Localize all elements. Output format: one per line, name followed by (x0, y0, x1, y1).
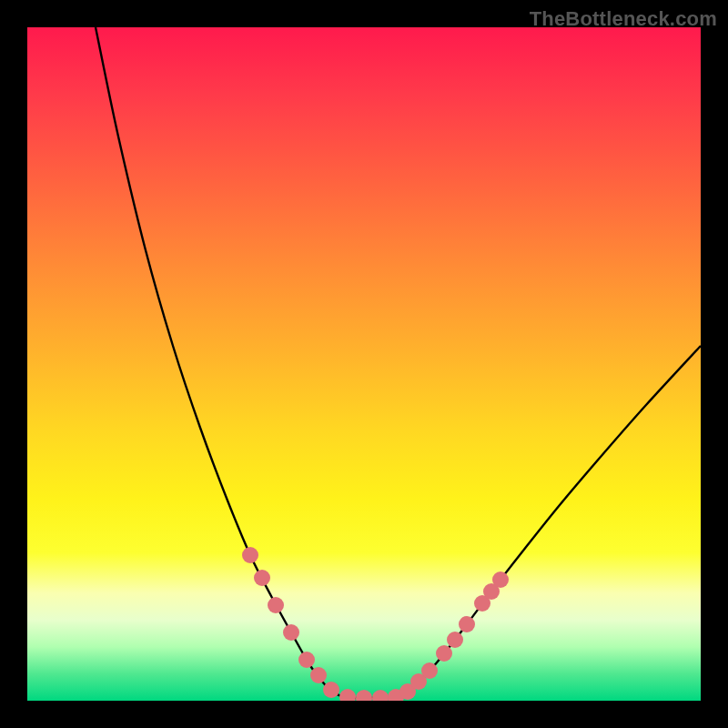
curve-layer (27, 27, 701, 701)
plot-area (27, 27, 701, 701)
watermark-text: TheBottleneck.com (530, 7, 717, 31)
bottleneck-curve (96, 27, 701, 698)
highlight-dot (436, 645, 452, 662)
highlight-dot (254, 570, 270, 586)
highlight-dot (447, 632, 463, 648)
highlight-dot (242, 547, 258, 563)
highlight-dots (242, 547, 509, 701)
highlight-dot (492, 571, 509, 588)
highlight-dot (459, 616, 475, 632)
highlight-dot (310, 667, 327, 683)
highlight-dot (421, 662, 438, 679)
chart-frame: TheBottleneck.com (0, 0, 728, 728)
highlight-dot (268, 597, 284, 613)
highlight-dot (339, 689, 356, 701)
highlight-dot (298, 652, 315, 668)
highlight-dot (323, 682, 339, 698)
highlight-dot (372, 690, 389, 701)
highlight-dot (356, 690, 372, 701)
highlight-dot (283, 624, 299, 641)
